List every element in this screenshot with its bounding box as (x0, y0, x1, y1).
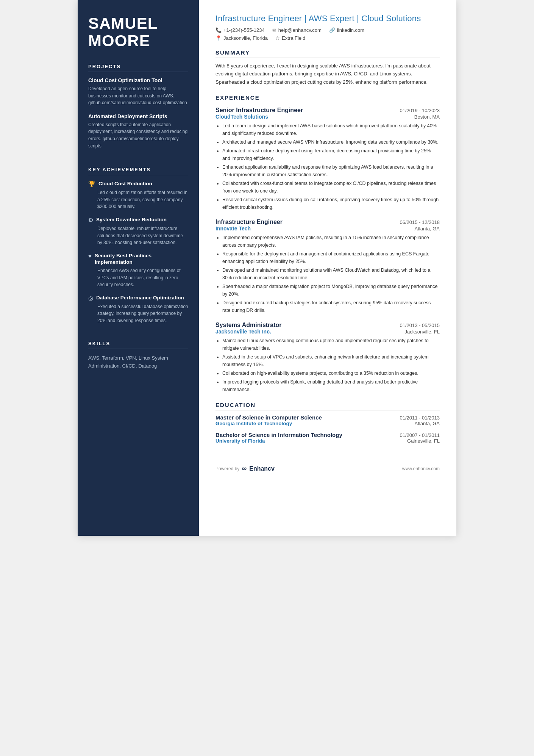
project-desc-1: Developed an open-source tool to help bu… (88, 85, 188, 106)
project-title-2: Automated Deployment Scripts (88, 113, 188, 119)
exp-bullet-3-3: Collaborated on high-availability system… (222, 369, 440, 377)
exp-job-title-1: Senior Infrastructure Engineer (215, 107, 303, 114)
achievement-item-3: ♥ Security Best Practices Implementation… (88, 252, 188, 288)
star-icon: ☆ (275, 35, 280, 41)
footer-brand: Enhancv (249, 465, 275, 472)
achievement-item-2: ⚙ System Downtime Reduction Deployed sca… (88, 216, 188, 246)
skills-section: SKILLS AWS, Terraform, VPN, Linux System… (88, 341, 188, 370)
exp-bullet-2-2: Responsible for the deployment and manag… (222, 250, 440, 265)
extra-text: Extra Field (282, 35, 305, 41)
exp-company-row-3: Jacksonville Tech Inc. Jacksonville, FL (215, 329, 440, 335)
summary-title: SUMMARY (215, 49, 440, 58)
exp-bullet-3-2: Assisted in the setup of VPCs and subnet… (222, 353, 440, 368)
exp-job-title-2: Infrastructure Engineer (215, 219, 283, 225)
exp-company-3: Jacksonville Tech Inc. (215, 329, 271, 335)
edu-header-1: Master of Science in Computer Science 01… (215, 414, 440, 421)
edu-item-1: Master of Science in Computer Science 01… (215, 414, 440, 426)
email-contact: ✉ help@enhancv.com (272, 27, 322, 33)
heart-icon: ♥ (88, 253, 92, 259)
project-item-2: Automated Deployment Scripts Created scr… (88, 113, 188, 149)
exp-header-3: Systems Administrator 01/2013 - 05/2015 (215, 322, 440, 329)
location-text: Jacksonville, Florida (223, 35, 268, 41)
exp-dates-1: 01/2019 - 10/2023 (400, 108, 440, 113)
exp-bullet-2-5: Designed and executed backup strategies … (222, 299, 440, 314)
footer-url: www.enhancv.com (402, 466, 440, 471)
achievement-desc-4: Executed a successful database optimizat… (97, 303, 188, 324)
sidebar: SAMUEL MOORE PROJECTS Cloud Cost Optimiz… (78, 0, 199, 536)
edu-school-row-2: University of Florida Gainesville, FL (215, 438, 440, 444)
exp-bullet-1-2: Architected and managed secure AWS VPN i… (222, 138, 440, 146)
project-item-1: Cloud Cost Optimization Tool Developed a… (88, 77, 188, 106)
projects-title: PROJECTS (88, 64, 188, 72)
edu-school-2: University of Florida (215, 438, 265, 444)
name-block: SAMUEL MOORE (88, 15, 188, 50)
main-header: Infrastructure Engineer | AWS Expert | C… (215, 14, 440, 41)
edu-school-row-1: Georgia Institute of Technology Atlanta,… (215, 421, 440, 426)
edu-location-1: Atlanta, GA (415, 421, 440, 426)
skills-title: SKILLS (88, 341, 188, 349)
achievement-header-2: ⚙ System Downtime Reduction (88, 216, 188, 224)
exp-bullet-2-4: Spearheaded a major database migration p… (222, 283, 440, 298)
phone-icon: 📞 (215, 27, 222, 33)
location-icon: 📍 (215, 35, 222, 41)
achievements-title: KEY ACHIEVEMENTS (88, 167, 188, 175)
exp-location-2: Atlanta, GA (415, 226, 440, 232)
email-text: help@enhancv.com (278, 27, 322, 33)
achievement-item-4: ◎ Database Performance Optimization Exec… (88, 294, 188, 324)
edu-school-1: Georgia Institute of Technology (215, 421, 292, 426)
achievements-section: KEY ACHIEVEMENTS 🏆 Cloud Cost Reduction … (88, 167, 188, 330)
exp-bullets-1: Led a team to design and implement AWS-b… (215, 122, 440, 211)
experience-title: EXPERIENCE (215, 94, 440, 103)
location-contact: 📍 Jacksonville, Florida (215, 35, 268, 41)
linkedin-contact[interactable]: 🔗 linkedin.com (329, 27, 364, 33)
exp-bullet-1-3: Automated infrastructure deployment usin… (222, 147, 440, 162)
contact-row-2: 📍 Jacksonville, Florida ☆ Extra Field (215, 35, 440, 41)
exp-bullet-1-1: Led a team to design and implement AWS-b… (222, 122, 440, 137)
resume-container: SAMUEL MOORE PROJECTS Cloud Cost Optimiz… (78, 0, 456, 536)
footer-powered: Powered by ∞ Enhancv (215, 465, 275, 473)
exp-header-1: Senior Infrastructure Engineer 01/2019 -… (215, 107, 440, 114)
project-desc-2: Created scripts that automate applicatio… (88, 121, 188, 149)
experience-section: EXPERIENCE Senior Infrastructure Enginee… (215, 94, 440, 393)
edu-location-2: Gainesville, FL (407, 438, 440, 444)
exp-company-row-1: CloudTech Solutions Boston, MA (215, 114, 440, 120)
linkedin-text: linkedin.com (337, 27, 364, 33)
exp-company-1: CloudTech Solutions (215, 114, 268, 120)
exp-company-row-2: Innovate Tech Atlanta, GA (215, 225, 440, 232)
exp-bullet-2-1: Implemented comprehensive AWS IAM polici… (222, 234, 440, 249)
exp-job-title-3: Systems Administrator (215, 322, 282, 329)
achievement-header-4: ◎ Database Performance Optimization (88, 294, 188, 302)
summary-section: SUMMARY With 8 years of experience, I ex… (215, 49, 440, 86)
powered-by-text: Powered by (215, 466, 239, 471)
exp-item-3: Systems Administrator 01/2013 - 05/2015 … (215, 322, 440, 393)
exp-location-1: Boston, MA (414, 114, 440, 120)
education-title: EDUCATION (215, 402, 440, 410)
edu-dates-2: 01/2007 - 01/2011 (400, 432, 440, 438)
achievement-desc-2: Deployed scalable, robust infrastructure… (97, 225, 188, 246)
summary-text: With 8 years of experience, I excel in d… (215, 62, 440, 86)
exp-item-1: Senior Infrastructure Engineer 01/2019 -… (215, 107, 440, 211)
trophy-icon: 🏆 (88, 181, 95, 188)
achievement-header-1: 🏆 Cloud Cost Reduction (88, 180, 188, 188)
edu-dates-1: 01/2011 - 01/2013 (400, 415, 440, 421)
enhancv-logo-icon: ∞ (242, 465, 247, 473)
exp-dates-2: 06/2015 - 12/2018 (400, 219, 440, 225)
exp-location-3: Jacksonville, FL (405, 329, 440, 335)
exp-bullets-3: Maintained Linux servers ensuring contin… (215, 337, 440, 393)
exp-bullet-3-4: Improved logging protocols with Splunk, … (222, 378, 440, 393)
edu-degree-2: Bachelor of Science in Information Techn… (215, 432, 342, 438)
projects-section: PROJECTS Cloud Cost Optimization Tool De… (88, 64, 188, 156)
exp-bullet-1-4: Enhanced application availability and re… (222, 163, 440, 178)
achievement-desc-1: Led cloud optimization efforts that resu… (97, 189, 188, 210)
achievement-title-4: Database Performance Optimization (96, 294, 184, 301)
main-content: Infrastructure Engineer | AWS Expert | C… (199, 0, 456, 536)
contact-row-1: 📞 +1-(234)-555-1234 ✉ help@enhancv.com 🔗… (215, 27, 440, 33)
extra-contact: ☆ Extra Field (275, 35, 305, 41)
edu-header-2: Bachelor of Science in Information Techn… (215, 432, 440, 438)
last-name: MOORE (88, 32, 188, 50)
achievement-item-1: 🏆 Cloud Cost Reduction Led cloud optimiz… (88, 180, 188, 210)
achievement-title-2: System Downtime Reduction (96, 216, 167, 223)
achievement-desc-3: Enhanced AWS security configurations of … (97, 267, 188, 288)
exp-bullet-1-6: Resolved critical system issues during o… (222, 196, 440, 211)
achievement-title-1: Cloud Cost Reduction (98, 180, 152, 187)
